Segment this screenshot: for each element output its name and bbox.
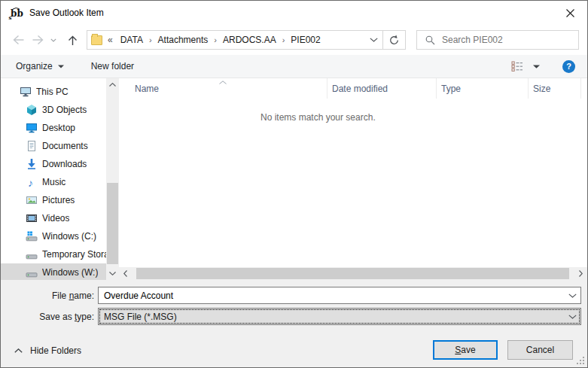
address-dropdown-button[interactable] — [364, 31, 382, 49]
sidebar-item-documents[interactable]: Documents — [1, 137, 106, 155]
scroll-up-button[interactable] — [106, 78, 119, 91]
chevron-down-icon — [568, 315, 577, 319]
sidebar-item-videos[interactable]: Videos — [1, 209, 106, 227]
sidebar-item-label: This PC — [36, 87, 69, 97]
save-options-panel: File name: Save as type: MSG File (*.MSG… — [1, 280, 587, 367]
download-arrow-icon — [26, 158, 38, 170]
title-bar: bb s Save Outlook Item — [1, 1, 587, 25]
new-folder-button[interactable]: New folder — [91, 61, 134, 71]
refresh-icon — [388, 35, 400, 46]
navigation-bar: « DATA › Attachments › ARDOCS.AA › PIE00… — [1, 25, 587, 55]
scrollbar-thumb[interactable] — [136, 268, 569, 279]
svg-text:bb: bb — [11, 8, 23, 19]
sidebar-item-label: Windows (W:) — [42, 267, 98, 278]
search-box[interactable] — [416, 30, 579, 50]
breadcrumb-item-data[interactable]: DATA — [120, 35, 143, 45]
sidebar-item-downloads[interactable]: Downloads — [1, 155, 106, 173]
breadcrumb-separator[interactable]: › — [282, 35, 285, 44]
back-button[interactable] — [8, 30, 28, 50]
forward-arrow-icon — [32, 35, 44, 45]
scrollbar-track[interactable] — [132, 267, 574, 280]
sidebar-item-pictures[interactable]: Pictures — [1, 191, 106, 209]
sidebar-item-windows-w[interactable]: Windows (W:) — [1, 263, 106, 280]
close-icon — [565, 8, 575, 18]
sidebar-item-label: Music — [42, 177, 66, 187]
breadcrumb-separator[interactable]: › — [149, 35, 152, 44]
svg-text:s: s — [9, 14, 12, 20]
organize-label: Organize — [16, 61, 53, 71]
column-header-date-modified[interactable]: Date modified — [327, 78, 436, 99]
chevron-down-icon — [109, 272, 116, 275]
file-name-label: File name: — [1, 290, 94, 301]
breadcrumb-item-pie002[interactable]: PIE002 — [291, 35, 320, 45]
folder-icon — [91, 35, 102, 45]
sidebar-scrollbar[interactable] — [106, 78, 119, 280]
dropdown-triangle-icon — [533, 65, 540, 68]
resize-grip[interactable] — [575, 355, 585, 365]
picture-icon — [26, 194, 38, 206]
change-view-button[interactable] — [511, 61, 540, 71]
refresh-button[interactable] — [382, 31, 405, 49]
breadcrumb-item-attachments[interactable]: Attachments — [158, 35, 209, 45]
scroll-down-button[interactable] — [106, 267, 119, 280]
scrollbar-thumb[interactable] — [107, 183, 118, 263]
forward-button[interactable] — [28, 30, 47, 50]
horizontal-scrollbar[interactable] — [119, 267, 587, 280]
film-strip-icon — [26, 212, 38, 224]
sidebar-item-label: 3D Objects — [42, 105, 87, 115]
chevron-down-icon — [50, 38, 56, 42]
breadcrumb-overflow[interactable]: « — [108, 35, 113, 45]
chevron-up-icon — [14, 348, 23, 353]
recent-locations-button[interactable] — [47, 30, 59, 50]
sidebar-item-label: Videos — [42, 213, 69, 224]
drive-icon — [26, 248, 38, 260]
file-list-area: Name Date modified Type Size No items ma… — [119, 78, 587, 280]
hide-folders-button[interactable]: Hide Folders — [14, 343, 81, 358]
sidebar-item-3d-objects[interactable]: 3D Objects — [1, 101, 106, 119]
column-header-size[interactable]: Size — [528, 78, 580, 99]
save-as-type-label: Save as type: — [1, 312, 94, 322]
drive-icon — [26, 266, 38, 278]
search-input[interactable] — [442, 35, 578, 45]
empty-results-message: No items match your search. — [260, 112, 376, 123]
sidebar-item-label: Downloads — [42, 159, 87, 169]
file-name-input[interactable] — [99, 290, 564, 301]
sidebar-item-label: Desktop — [42, 123, 75, 133]
help-button[interactable]: ? — [562, 60, 575, 73]
sort-ascending-icon — [219, 81, 227, 84]
scroll-right-button[interactable] — [574, 267, 587, 280]
document-icon — [26, 140, 38, 152]
sidebar-item-label: Temporary Stora — [42, 249, 106, 260]
sidebar-item-windows-c[interactable]: Windows (C:) — [1, 227, 106, 245]
up-arrow-icon — [67, 35, 78, 46]
chevron-down-icon — [370, 38, 378, 42]
save-as-type-dropdown-button[interactable] — [564, 309, 580, 324]
column-header-filler — [580, 78, 587, 99]
window-title: Save Outlook Item — [29, 8, 104, 18]
address-bar[interactable]: « DATA › Attachments › ARDOCS.AA › PIE00… — [87, 30, 406, 50]
drive-windows-icon — [26, 230, 38, 242]
scroll-left-button[interactable] — [119, 267, 132, 280]
cube-3d-icon — [26, 104, 38, 116]
column-header-type[interactable]: Type — [436, 78, 528, 99]
sidebar-item-label: Windows (C:) — [42, 231, 96, 242]
sidebar-item-music[interactable]: ♪ Music — [1, 173, 106, 191]
file-name-dropdown-button[interactable] — [564, 287, 580, 303]
sidebar-item-label: Documents — [42, 141, 88, 151]
chevron-down-icon — [568, 293, 577, 298]
save-dialog-window: bb s Save Outlook Item — [0, 0, 588, 368]
music-note-icon: ♪ — [26, 176, 38, 188]
breadcrumb-item-ardocs[interactable]: ARDOCS.AA — [223, 35, 276, 45]
chevron-left-icon — [123, 270, 127, 277]
close-button[interactable] — [553, 1, 587, 25]
up-one-level-button[interactable] — [62, 30, 82, 50]
sidebar-item-this-pc[interactable]: This PC — [1, 83, 106, 101]
organize-button[interactable]: Organize — [16, 61, 64, 71]
save-as-type-combobox[interactable]: MSG File (*.MSG) — [98, 308, 581, 325]
sidebar-item-desktop[interactable]: Desktop — [1, 119, 106, 137]
breadcrumb-separator[interactable]: › — [214, 35, 217, 44]
save-button[interactable]: Save — [433, 340, 498, 360]
cancel-button[interactable]: Cancel — [507, 340, 573, 360]
sidebar-item-temporary-storage[interactable]: Temporary Stora — [1, 245, 106, 263]
file-name-combobox[interactable] — [98, 287, 581, 304]
